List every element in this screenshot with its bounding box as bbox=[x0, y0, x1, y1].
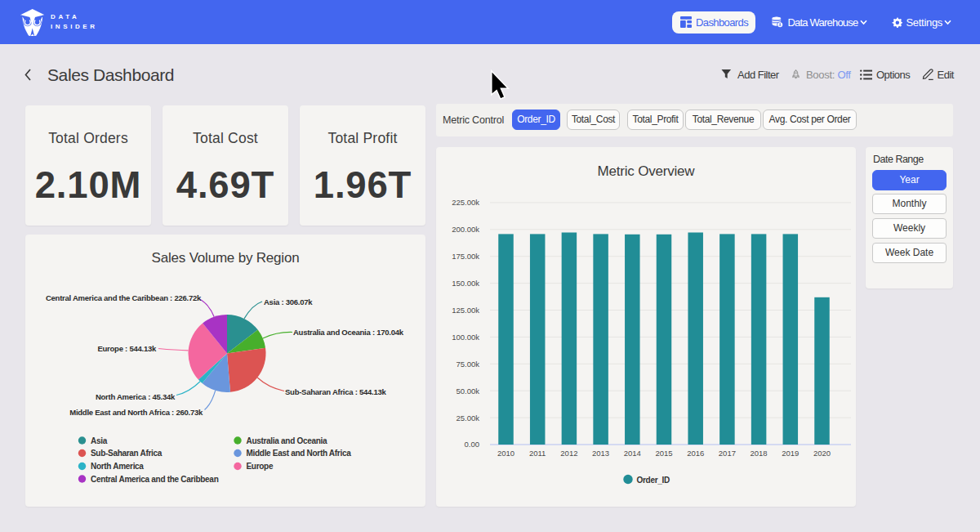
svg-text:2012: 2012 bbox=[560, 449, 577, 458]
svg-text:0.00: 0.00 bbox=[465, 440, 480, 449]
svg-text:Asia : 306.07k: Asia : 306.07k bbox=[264, 297, 313, 306]
svg-text:200.00k: 200.00k bbox=[452, 225, 479, 234]
svg-text:225.00k: 225.00k bbox=[452, 198, 479, 207]
svg-text:Order_ID: Order_ID bbox=[637, 476, 670, 485]
svg-text:2011: 2011 bbox=[529, 449, 546, 458]
svg-text:Sub-Saharan Africa: Sub-Saharan Africa bbox=[91, 449, 163, 458]
svg-text:North America : 45.34k: North America : 45.34k bbox=[96, 392, 176, 401]
svg-text:Europe : 544.13k: Europe : 544.13k bbox=[97, 344, 156, 353]
svg-text:2016: 2016 bbox=[687, 449, 704, 458]
svg-text:Middle East and North Africa :: Middle East and North Africa : 260.73k bbox=[69, 408, 203, 417]
svg-text:2010: 2010 bbox=[497, 449, 514, 458]
svg-text:Australia and Oceania: Australia and Oceania bbox=[247, 436, 327, 445]
svg-text:125.00k: 125.00k bbox=[452, 306, 479, 315]
svg-text:175.00k: 175.00k bbox=[452, 252, 479, 261]
svg-text:Middle East and North Africa: Middle East and North Africa bbox=[247, 449, 352, 458]
svg-text:Asia: Asia bbox=[91, 436, 108, 445]
svg-text:2017: 2017 bbox=[719, 449, 736, 458]
svg-text:Central America and the Caribb: Central America and the Caribbean : 226.… bbox=[46, 293, 202, 302]
svg-text:Sub-Saharan Africa : 544.13k: Sub-Saharan Africa : 544.13k bbox=[285, 387, 387, 396]
svg-text:Australia and Oceania : 170.04: Australia and Oceania : 170.04k bbox=[293, 328, 404, 337]
svg-text:50.00k: 50.00k bbox=[456, 387, 479, 396]
svg-text:100.00k: 100.00k bbox=[452, 333, 479, 342]
svg-text:25.00k: 25.00k bbox=[456, 414, 479, 422]
svg-text:2013: 2013 bbox=[592, 449, 609, 458]
svg-text:North America: North America bbox=[91, 462, 144, 471]
svg-text:75.00k: 75.00k bbox=[456, 360, 479, 369]
svg-text:150.00k: 150.00k bbox=[452, 279, 479, 288]
svg-text:2014: 2014 bbox=[624, 449, 641, 458]
svg-text:2020: 2020 bbox=[813, 449, 831, 458]
svg-text:Central America and the Caribb: Central America and the Caribbean bbox=[91, 475, 219, 484]
svg-text:Europe: Europe bbox=[247, 462, 274, 471]
svg-text:2019: 2019 bbox=[782, 449, 799, 458]
svg-text:2018: 2018 bbox=[751, 449, 768, 458]
svg-text:2015: 2015 bbox=[655, 449, 672, 458]
